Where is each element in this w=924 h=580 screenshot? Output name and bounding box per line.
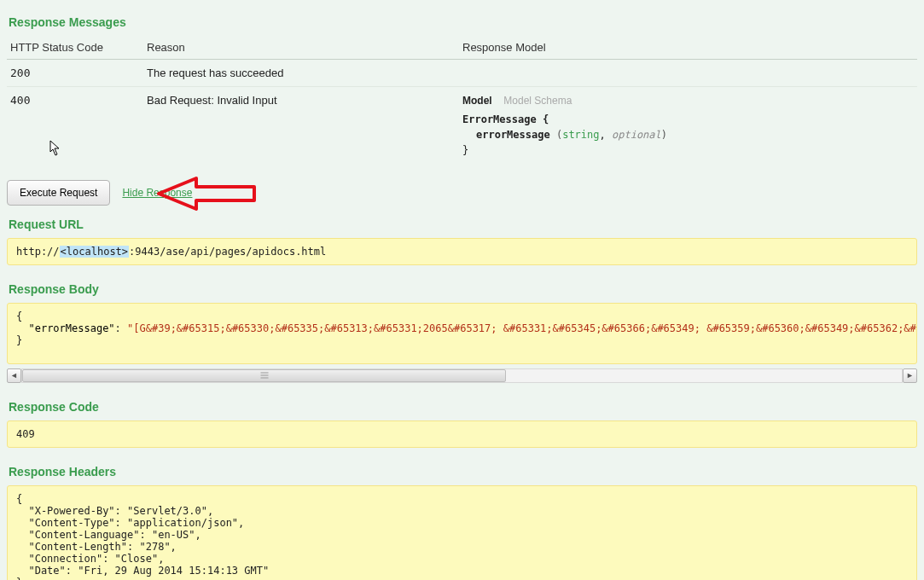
- section-title-response-code: Response Code: [9, 400, 917, 414]
- response-messages-table: HTTP Status Code Reason Response Model 2…: [7, 36, 917, 165]
- request-url-block: http://<localhost>:9443/ase/api/pages/ap…: [7, 238, 917, 265]
- model-close: }: [462, 144, 468, 156]
- table-row: 400 Bad Request: Invalid Input Model Mod…: [7, 87, 917, 165]
- col-header-status-code: HTTP Status Code: [7, 36, 143, 60]
- col-header-response-model: Response Model: [459, 36, 917, 60]
- col-header-reason: Reason: [143, 36, 459, 60]
- model-prop-type: string: [562, 129, 599, 141]
- execute-request-button[interactable]: Execute Request: [7, 180, 110, 206]
- horizontal-scrollbar[interactable]: ◄ ►: [7, 368, 917, 383]
- section-title-response-messages: Response Messages: [9, 15, 917, 29]
- status-code: 400: [7, 87, 143, 165]
- scroll-right-icon[interactable]: ►: [903, 368, 917, 383]
- response-headers-block: { "X-Powered-By": "Servlet/3.0", "Conten…: [7, 485, 917, 580]
- table-row: 200 The request has succeeded: [7, 60, 917, 87]
- section-title-response-body: Response Body: [9, 282, 917, 296]
- reason: The request has succeeded: [143, 60, 459, 87]
- scroll-track[interactable]: [21, 368, 903, 383]
- response-code-block: 409: [7, 420, 917, 448]
- reason: Bad Request: Invalid Input: [143, 87, 459, 165]
- tab-model-schema[interactable]: Model Schema: [503, 95, 572, 107]
- hide-response-link[interactable]: Hide Response: [122, 187, 192, 199]
- model-body: ErrorMessage { errorMessage (string, opt…: [462, 112, 914, 158]
- response-body-block: { "errorMessage": "[G&#39;&#65315;&#6533…: [7, 303, 917, 364]
- tab-model[interactable]: Model: [462, 95, 492, 107]
- status-code: 200: [7, 60, 143, 87]
- model-prop-name: errorMessage: [476, 129, 550, 141]
- model-name: ErrorMessage {: [462, 113, 549, 125]
- section-title-response-headers: Response Headers: [9, 465, 917, 478]
- scroll-thumb[interactable]: [22, 369, 506, 382]
- scroll-left-icon[interactable]: ◄: [7, 368, 21, 383]
- model-tabs: Model Model Schema: [462, 94, 914, 107]
- model-prop-opt: optional: [612, 129, 661, 141]
- section-title-request-url: Request URL: [9, 218, 917, 231]
